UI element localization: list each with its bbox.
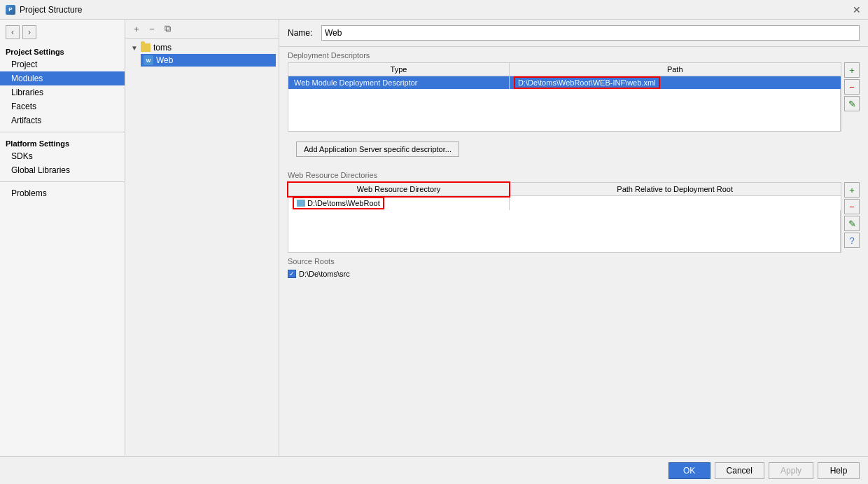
project-settings-label: Project Settings <box>0 45 125 57</box>
tree-add-button[interactable]: + <box>130 22 144 36</box>
deployment-remove-button[interactable]: − <box>844 79 860 95</box>
tree-toolbar: + − ⧉ <box>125 20 279 39</box>
tree-content: ▼ toms W Web <box>125 39 279 69</box>
source-roots-section: Source Roots ✓ D:\De\toms\src <box>279 253 868 281</box>
bottom-bar: OK Cancel Apply Help <box>0 456 868 484</box>
name-label: Name: <box>288 28 316 38</box>
expand-icon: ▼ <box>131 44 138 52</box>
sidebar-item-libraries[interactable]: Libraries <box>0 85 125 99</box>
tree-node-web[interactable]: W Web <box>141 54 276 67</box>
sidebar-item-artifacts[interactable]: Artifacts <box>0 113 125 127</box>
help-button[interactable]: Help <box>818 462 860 479</box>
deployment-row-0[interactable]: Web Module Deployment Descriptor D:\De\t… <box>288 76 841 90</box>
deployment-table-wrapper: Type Path Web Module Deployment Descript… <box>288 62 841 132</box>
add-server-container: Add Application Server specific descript… <box>279 132 868 167</box>
sidebar-nav: ‹ › <box>0 22 125 42</box>
name-row: Name: <box>279 20 868 47</box>
col-type: Type <box>288 63 509 76</box>
folder-small-icon <box>297 200 305 207</box>
web-resource-table-wrapper: Web Resource Directory Path Relative to … <box>288 182 841 253</box>
title-text: Project Structure <box>20 5 82 15</box>
web-resource-empty-row <box>288 210 841 252</box>
source-root-checkbox[interactable]: ✓ <box>288 270 296 278</box>
main-container: ‹ › Project Settings Project Modules Lib… <box>0 20 868 456</box>
sidebar-item-problems[interactable]: Problems <box>0 186 125 200</box>
web-resource-remove-button[interactable]: − <box>844 199 860 214</box>
col-path-relative: Path Relative to Deployment Root <box>509 183 840 196</box>
source-roots-title: Source Roots <box>288 257 860 268</box>
deployment-table-container: Type Path Web Module Deployment Descript… <box>288 62 860 132</box>
sidebar-item-global-libraries[interactable]: Global Libraries <box>0 163 125 177</box>
source-root-path-0: D:\De\toms\src <box>299 270 350 278</box>
sidebar-item-facets[interactable]: Facets <box>0 99 125 113</box>
split-layout: + − ⧉ ▼ toms W Web <box>125 20 868 456</box>
left-panel: + − ⧉ ▼ toms W Web <box>125 20 279 456</box>
deployment-path-0: D:\De\toms\WebRoot\WEB-INF\web.xml <box>509 76 840 90</box>
platform-settings-label: Platform Settings <box>0 137 125 149</box>
tree-node-web-label: Web <box>156 55 173 65</box>
sidebar-item-sdks[interactable]: SDKs <box>0 149 125 163</box>
web-resource-table-actions: + − ✎ ? <box>841 182 860 248</box>
deployment-add-button[interactable]: + <box>844 62 860 78</box>
add-server-button[interactable]: Add Application Server specific descript… <box>296 141 459 157</box>
source-root-item-0: ✓ D:\De\toms\src <box>288 268 860 279</box>
col-web-dir: Web Resource Directory <box>288 183 509 196</box>
app-icon: P <box>6 5 15 15</box>
sidebar-item-modules[interactable]: Modules <box>0 71 125 85</box>
folder-icon-toms <box>141 43 150 52</box>
web-resource-add-button[interactable]: + <box>844 182 860 198</box>
web-resource-table-container: Web Resource Directory Path Relative to … <box>288 182 860 253</box>
title-bar: P Project Structure ✕ <box>0 0 868 20</box>
name-input[interactable] <box>321 25 860 41</box>
ok-button[interactable]: OK <box>668 462 710 479</box>
sidebar-item-project[interactable]: Project <box>0 57 125 71</box>
tree-node-root-label: toms <box>153 43 172 53</box>
col-path: Path <box>509 63 840 76</box>
nav-forward-button[interactable]: › <box>22 25 36 39</box>
detail-panel: Name: Deployment Descriptors Type Path <box>279 20 868 456</box>
deployment-table-actions: + − ✎ <box>841 62 860 111</box>
tree-remove-button[interactable]: − <box>145 22 159 36</box>
web-resource-edit-button[interactable]: ✎ <box>844 216 860 231</box>
sidebar-divider-2 <box>0 181 125 182</box>
web-resource-dir-0: D:\De\toms\WebRoot <box>288 196 509 211</box>
web-resource-path-relative-0 <box>509 196 840 211</box>
web-module-icon: W <box>144 55 153 65</box>
close-button[interactable]: ✕ <box>851 4 862 15</box>
sidebar-divider <box>0 132 125 132</box>
deployment-table: Type Path Web Module Deployment Descript… <box>288 63 841 131</box>
nav-back-button[interactable]: ‹ <box>6 25 20 39</box>
web-resource-row-0[interactable]: D:\De\toms\WebRoot <box>288 196 841 211</box>
deployment-edit-button[interactable]: ✎ <box>844 96 860 111</box>
web-resource-help-button[interactable]: ? <box>844 233 860 248</box>
deployment-type-0: Web Module Deployment Descriptor <box>288 76 509 90</box>
deployment-empty-row <box>288 89 841 131</box>
cancel-button[interactable]: Cancel <box>715 462 764 479</box>
tree-node-root[interactable]: ▼ toms <box>128 41 276 54</box>
sidebar: ‹ › Project Settings Project Modules Lib… <box>0 20 125 456</box>
deployment-descriptors-title: Deployment Descriptors <box>279 47 868 62</box>
web-resource-title: Web Resource Directories <box>279 167 868 182</box>
deployment-path-value-0: D:\De\toms\WebRoot\WEB-INF\web.xml <box>515 78 659 88</box>
apply-button[interactable]: Apply <box>769 462 813 479</box>
title-bar-left: P Project Structure <box>6 5 82 15</box>
web-resource-table: Web Resource Directory Path Relative to … <box>288 183 841 252</box>
tree-copy-button[interactable]: ⧉ <box>160 22 174 36</box>
web-resource-dir-value-0: D:\De\toms\WebRoot <box>294 198 383 208</box>
